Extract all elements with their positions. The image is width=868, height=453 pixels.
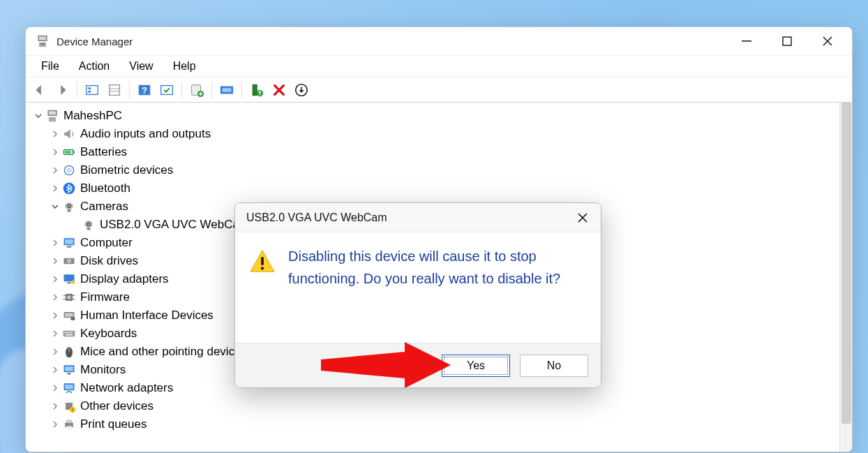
action-center-button[interactable] (157, 80, 177, 100)
svg-point-46 (71, 281, 75, 284)
forward-button[interactable] (52, 80, 72, 100)
chevron-right-icon[interactable] (50, 419, 61, 430)
svg-rect-61 (71, 332, 73, 334)
svg-rect-75 (66, 426, 72, 429)
svg-rect-18 (223, 88, 232, 92)
menu-view[interactable]: View (119, 57, 163, 75)
scrollbar-thumb[interactable] (841, 103, 851, 424)
show-hidden-button[interactable] (82, 80, 102, 100)
svg-rect-59 (68, 332, 69, 334)
chevron-right-icon[interactable] (50, 310, 61, 321)
svg-rect-66 (65, 366, 73, 371)
vertical-scrollbar[interactable] (839, 103, 852, 452)
chevron-right-icon[interactable] (50, 346, 61, 357)
chevron-right-icon[interactable] (50, 383, 61, 394)
svg-rect-45 (68, 282, 71, 284)
chevron-right-icon[interactable] (50, 183, 61, 194)
chevron-right-icon[interactable] (50, 292, 61, 303)
chevron-right-icon[interactable] (50, 274, 61, 285)
menu-action[interactable]: Action (69, 57, 119, 75)
chevron-right-icon[interactable] (50, 147, 61, 158)
svg-rect-57 (64, 332, 66, 334)
svg-rect-1 (39, 36, 46, 40)
no-button[interactable]: No (520, 355, 588, 377)
mouse-icon (62, 345, 76, 359)
menu-file[interactable]: File (31, 57, 69, 75)
tree-node[interactable]: Bluetooth (26, 179, 839, 198)
dialog-message: Disabling this device will cause it to s… (288, 245, 584, 337)
chevron-right-icon[interactable] (50, 328, 61, 339)
tree-node-label: Monitors (80, 363, 126, 377)
toolbar-separator (129, 82, 130, 98)
svg-rect-14 (161, 85, 173, 94)
svg-rect-7 (89, 87, 91, 89)
back-button[interactable] (30, 80, 50, 100)
svg-rect-56 (63, 331, 75, 336)
dialog-close-button[interactable] (571, 207, 594, 229)
chevron-right-icon[interactable] (50, 255, 61, 267)
chevron-down-icon[interactable] (50, 201, 61, 212)
yes-button-label: Yes (467, 359, 485, 372)
chevron-right-icon[interactable] (50, 401, 61, 412)
printer-icon (62, 417, 76, 431)
chip-icon (62, 290, 76, 304)
tree-node[interactable]: Biometric devices (26, 161, 839, 179)
chevron-down-icon[interactable] (33, 110, 44, 121)
menubar: File Action View Help (26, 55, 852, 77)
svg-rect-40 (67, 246, 72, 248)
tree-node[interactable]: Batteries (26, 143, 839, 161)
svg-point-36 (88, 223, 90, 225)
tree-node-label: Network adapters (80, 381, 173, 395)
maximize-button[interactable] (767, 27, 807, 55)
dialog-title: USB2.0 VGA UVC WebCam (246, 211, 571, 224)
toolbar: ? (26, 77, 852, 103)
expander-placeholder (69, 219, 80, 230)
svg-rect-5 (783, 37, 791, 45)
tree-node[interactable]: !Other devices (26, 397, 839, 415)
tree-node-label: Mice and other pointing devices (80, 345, 247, 359)
camera-icon (62, 200, 76, 214)
tree-root[interactable]: MaheshPC (26, 107, 839, 125)
tree-node-label: Print queues (80, 417, 147, 431)
svg-rect-26 (73, 151, 75, 153)
enable-device-button[interactable] (247, 80, 267, 100)
svg-rect-69 (65, 385, 73, 389)
display-icon (62, 272, 76, 286)
minimize-button[interactable] (726, 27, 767, 55)
tree-node-label: Bluetooth (80, 181, 130, 195)
tree-leaf-label: USB2.0 VGA UVC WebCam (100, 218, 249, 232)
uninstall-device-button[interactable] (269, 80, 289, 100)
svg-rect-60 (70, 332, 71, 334)
tree-node-label: Other devices (80, 399, 154, 413)
window-title: Device Manager (57, 36, 726, 47)
svg-point-32 (68, 205, 70, 207)
chevron-right-icon[interactable] (50, 364, 61, 376)
computer-icon (45, 109, 59, 123)
menu-help[interactable]: Help (163, 57, 206, 75)
update-driver-button[interactable] (187, 80, 207, 100)
chevron-right-icon[interactable] (50, 165, 61, 176)
svg-rect-4 (742, 40, 751, 42)
help-button[interactable]: ? (135, 80, 154, 100)
bluetooth-icon (62, 181, 76, 195)
toolbar-separator (241, 82, 242, 98)
chevron-right-icon[interactable] (50, 237, 61, 248)
tree-node[interactable]: Print queues (26, 415, 839, 433)
properties-pane-button[interactable] (105, 80, 124, 100)
tree-node[interactable]: Audio inputs and outputs (26, 125, 839, 143)
svg-point-43 (68, 260, 70, 262)
svg-rect-74 (66, 419, 72, 422)
window-titlebar: Device Manager (26, 27, 852, 55)
dialog-footer: Yes No (235, 343, 601, 387)
yes-button[interactable]: Yes (442, 355, 510, 377)
disable-device-dialog: USB2.0 VGA UVC WebCam Disabling this dev… (234, 202, 601, 388)
chevron-right-icon[interactable] (50, 128, 61, 140)
svg-text:!: ! (72, 408, 73, 413)
no-button-label: No (547, 359, 561, 372)
close-button[interactable] (807, 27, 848, 55)
disable-device-button[interactable] (292, 80, 311, 100)
tree-node-label: Batteries (80, 145, 127, 159)
svg-rect-48 (68, 296, 71, 299)
scan-hardware-button[interactable] (217, 80, 237, 100)
battery-icon (62, 145, 76, 159)
